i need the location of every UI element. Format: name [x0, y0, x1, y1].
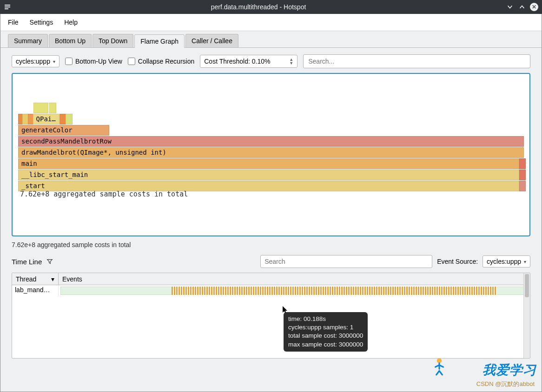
event-track-cell[interactable] — [59, 285, 530, 296]
event-source-value: cycles:uppp — [487, 258, 521, 265]
flame-frame[interactable] — [66, 114, 73, 124]
table-row[interactable]: lab_mand… — [12, 285, 530, 296]
timeline-search[interactable] — [260, 255, 432, 268]
flame-frame[interactable]: secondPassMandelbrotRow — [18, 136, 524, 147]
flame-frame[interactable] — [33, 103, 49, 113]
window-title: perf.data.multithreaded - Hotspot — [15, 3, 502, 11]
flame-frame[interactable] — [59, 114, 66, 124]
flame-row: drawMandelbrot(QImage*, unsigned int) — [18, 147, 524, 158]
flame-frame[interactable]: drawMandelbrot(QImage*, unsigned int) — [18, 147, 524, 158]
app-icon — [4, 3, 11, 11]
tabbar: Summary Bottom Up Top Down Flame Graph C… — [0, 31, 542, 47]
flame-frame[interactable] — [519, 181, 526, 191]
metric-combo-value: cycles:uppp — [16, 58, 50, 65]
flame-frame[interactable]: main — [18, 158, 519, 169]
flame-frame[interactable]: generateColor — [18, 125, 109, 136]
flame-row: QPai… — [18, 114, 524, 125]
column-header-thread-label: Thread — [16, 275, 36, 283]
tab-flame-graph[interactable]: Flame Graph — [134, 34, 185, 48]
collapse-recursion-checkbox-input[interactable] — [128, 58, 135, 65]
timeline-search-input[interactable] — [264, 258, 428, 265]
timeline-header: Time Line Event Source: cycles:uppp ▾ — [12, 253, 530, 268]
cost-threshold-spinner[interactable]: Cost Threshold: 0.10% ▲▼ — [200, 55, 297, 68]
tab-summary[interactable]: Summary — [8, 34, 48, 47]
flame-frame[interactable]: QPai… — [33, 114, 59, 124]
collapse-recursion-checkbox[interactable]: Collapse Recursion — [128, 58, 194, 65]
minimize-button[interactable] — [506, 3, 514, 11]
timeline-table: Thread ▾ Events lab_mand… — [12, 273, 530, 359]
flame-toolbar: cycles:uppp ▾ Bottom-Up View Collapse Re… — [12, 54, 530, 68]
menu-file[interactable]: File — [8, 19, 19, 26]
flame-total-label: 7.62e+8 aggregated sample costs in total — [12, 241, 530, 248]
timeline-table-header: Thread ▾ Events — [12, 273, 530, 285]
flame-row: __libc_start_main — [18, 170, 524, 181]
chevron-down-icon: ▾ — [53, 59, 55, 64]
collapse-recursion-label: Collapse Recursion — [138, 58, 194, 65]
tab-caller-callee[interactable]: Caller / Callee — [185, 34, 238, 47]
metric-combo[interactable]: cycles:uppp ▾ — [12, 55, 59, 67]
window-body: File Settings Help Summary Bottom Up Top… — [0, 14, 542, 392]
filter-icon[interactable] — [46, 258, 53, 265]
flame-stack: QPai…generateColorsecondPassMandelbrotRo… — [18, 103, 524, 192]
flame-frame[interactable] — [49, 103, 56, 113]
event-source-combo[interactable]: cycles:uppp ▾ — [483, 255, 530, 268]
column-header-thread[interactable]: Thread ▾ — [12, 273, 59, 285]
watermark-person-icon — [430, 356, 449, 376]
flame-row — [18, 103, 524, 114]
cost-threshold-value: Cost Threshold: 0.10% — [204, 58, 270, 65]
titlebar: perf.data.multithreaded - Hotspot ✕ — [0, 0, 542, 14]
flame-frame[interactable] — [519, 170, 526, 180]
main-panel: cycles:uppp ▾ Bottom-Up View Collapse Re… — [0, 47, 542, 392]
chevron-down-icon: ▾ — [51, 275, 54, 283]
menu-help[interactable]: Help — [64, 19, 78, 26]
column-header-events[interactable]: Events — [59, 275, 530, 283]
scrollbar[interactable] — [523, 273, 530, 358]
flame-caption: 7.62e+8 aggregated sample costs in total — [20, 190, 188, 198]
flame-frame[interactable]: __libc_start_main — [18, 170, 519, 180]
event-source-label: Event Source: — [437, 258, 478, 265]
thread-name: lab_mand… — [12, 285, 59, 296]
timeline-label: Time Line — [12, 258, 42, 266]
chevron-down-icon: ▾ — [524, 259, 526, 264]
menu-settings[interactable]: Settings — [30, 19, 53, 26]
tab-bottom-up[interactable]: Bottom Up — [49, 34, 92, 47]
bottom-up-checkbox[interactable]: Bottom-Up View — [65, 58, 122, 65]
spinner-icon: ▲▼ — [287, 58, 293, 65]
watermark-text: 我爱学习 — [483, 361, 536, 379]
bottom-up-checkbox-input[interactable] — [65, 58, 73, 65]
event-bars — [172, 287, 497, 295]
flame-search-input[interactable] — [308, 58, 525, 65]
flame-row: secondPassMandelbrotRow — [18, 136, 524, 147]
scrollbar-thumb[interactable] — [525, 274, 529, 297]
flame-graph-view[interactable]: QPai…generateColorsecondPassMandelbrotRo… — [12, 73, 530, 236]
menubar: File Settings Help — [0, 14, 542, 31]
cursor-icon — [282, 306, 289, 316]
close-button[interactable]: ✕ — [530, 3, 538, 11]
tab-top-down[interactable]: Top Down — [93, 34, 133, 47]
watermark-credit: CSDN @沉默的abbot — [476, 380, 535, 388]
maximize-button[interactable] — [518, 3, 526, 11]
flame-frame[interactable] — [519, 158, 526, 169]
flame-row: generateColor — [18, 125, 524, 136]
flame-search[interactable] — [303, 54, 530, 68]
flame-row: main — [18, 158, 524, 170]
bottom-up-label: Bottom-Up View — [75, 58, 122, 65]
